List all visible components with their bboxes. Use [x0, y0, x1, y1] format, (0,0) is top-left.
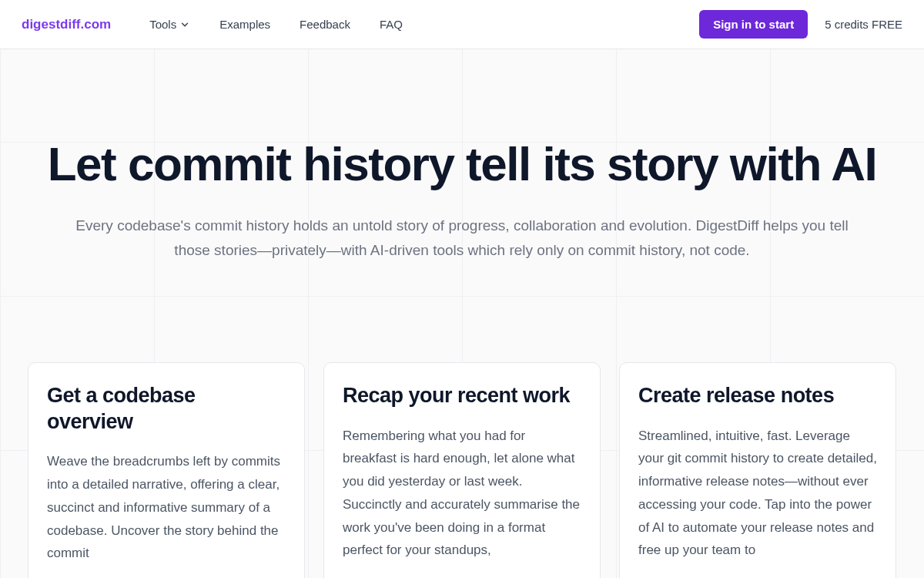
credits-badge[interactable]: 5 credits FREE	[825, 18, 902, 31]
feature-text: Remembering what you had for breakfast i…	[343, 425, 581, 563]
feature-text: Streamlined, intuitive, fast. Leverage y…	[638, 425, 877, 563]
chevron-down-icon	[179, 19, 190, 30]
nav-tools-label: Tools	[149, 18, 176, 31]
feature-title: Create release notes	[638, 383, 877, 409]
features-section: Get a codebase overview Weave the breadc…	[0, 262, 924, 578]
feature-title: Recap your recent work	[343, 383, 581, 409]
feature-card-overview: Get a codebase overview Weave the breadc…	[28, 362, 305, 578]
nav-examples[interactable]: Examples	[219, 18, 270, 31]
hero-title: Let commit history tell its story with A…	[46, 138, 878, 190]
header-actions: Sign in to start 5 credits FREE	[699, 10, 902, 39]
feature-text: Weave the breadcrumbs left by commits in…	[47, 450, 286, 565]
feature-title: Get a codebase overview	[47, 383, 286, 435]
hero-subtitle: Every codebase's commit history holds an…	[69, 213, 855, 262]
feature-card-release-notes: Create release notes Streamlined, intuit…	[619, 362, 896, 578]
hero-section: Let commit history tell its story with A…	[0, 49, 924, 262]
nav-tools[interactable]: Tools	[149, 18, 190, 31]
signin-button[interactable]: Sign in to start	[699, 10, 808, 39]
nav-faq[interactable]: FAQ	[380, 18, 403, 31]
main-nav: Tools Examples Feedback FAQ	[149, 18, 699, 31]
main-header: digestdiff.com Tools Examples Feedback F…	[0, 0, 924, 49]
feature-card-recap: Recap your recent work Remembering what …	[323, 362, 601, 578]
nav-feedback[interactable]: Feedback	[300, 18, 350, 31]
logo[interactable]: digestdiff.com	[22, 17, 111, 32]
